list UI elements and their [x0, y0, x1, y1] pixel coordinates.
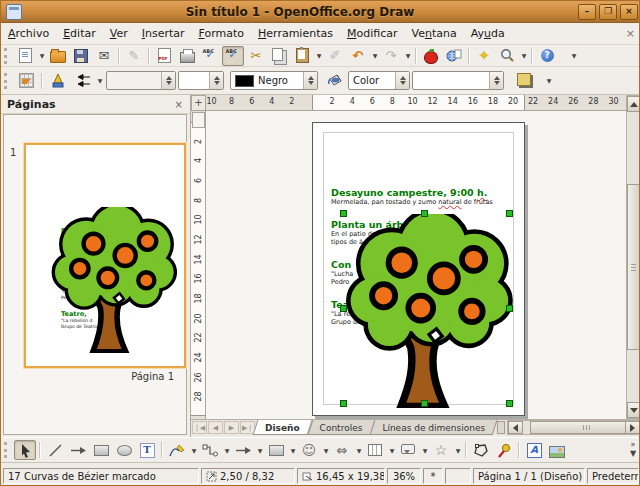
splitter-handle[interactable]	[497, 421, 505, 434]
previous-page-button[interactable]: ◀	[208, 421, 223, 434]
curve-tool-button[interactable]	[166, 440, 188, 460]
ellipse-tool-button[interactable]	[113, 440, 135, 460]
scroll-left-button[interactable]	[508, 421, 523, 434]
menu-herramientas[interactable]: Herramientas	[251, 24, 340, 43]
help-button[interactable]: ?	[536, 46, 558, 66]
spin-buttons-icon[interactable]	[395, 72, 409, 89]
vertical-scroll-thumb[interactable]	[627, 184, 640, 350]
stars-dropdown[interactable]: ▼	[453, 441, 462, 459]
menu-ayuda[interactable]: Ayuda	[464, 24, 512, 43]
edit-file-button[interactable]: ✎	[123, 46, 145, 66]
menu-ventana[interactable]: Ventana	[404, 24, 463, 43]
line-dialog-button[interactable]	[47, 71, 69, 91]
toolbar-grip[interactable]	[4, 73, 10, 89]
copy-button[interactable]	[268, 46, 290, 66]
new-document-dropdown[interactable]: ▼	[37, 47, 46, 65]
save-button[interactable]	[70, 46, 92, 66]
selection-handle-w[interactable]	[340, 305, 347, 312]
area-dialog-button[interactable]	[324, 71, 346, 91]
menu-editar[interactable]: Editar	[56, 24, 103, 43]
zoom-button[interactable]	[496, 46, 518, 66]
toolbar-overflow[interactable]: »▼	[627, 440, 639, 458]
callouts-dropdown[interactable]: ▼	[420, 441, 429, 459]
flowchart-dropdown[interactable]: ▼	[387, 441, 396, 459]
spin-buttons-icon[interactable]	[161, 72, 175, 89]
undo-button[interactable]: ↶	[347, 46, 369, 66]
paste-button[interactable]	[291, 46, 313, 66]
vertical-ruler[interactable]: 246810121416182022242628	[191, 111, 206, 419]
lines-arrows-dropdown[interactable]: ▼	[255, 441, 264, 459]
menu-modificar[interactable]: Modificar	[340, 24, 405, 43]
insert-picture-button[interactable]	[546, 440, 568, 460]
toolbar-grip[interactable]	[4, 442, 10, 458]
menu-insertar[interactable]: Insertar	[135, 24, 192, 43]
pages-panel-close-icon[interactable]: ×	[175, 99, 190, 110]
arrow-style-button[interactable]	[71, 71, 93, 91]
toolbar-overflow[interactable]: ▼	[544, 72, 553, 90]
select-tool-button[interactable]	[14, 440, 36, 460]
horizontal-scroll-thumb[interactable]	[530, 421, 640, 434]
next-page-button[interactable]: ▶	[224, 421, 239, 434]
open-button[interactable]	[47, 46, 69, 66]
stars-button[interactable]: ☆	[430, 440, 452, 460]
first-page-button[interactable]: ❘◀	[192, 421, 207, 434]
shadow-button[interactable]	[514, 71, 536, 91]
ruler-origin-icon[interactable]: +	[191, 95, 206, 111]
new-document-button[interactable]	[14, 46, 36, 66]
menu-ver[interactable]: Ver	[103, 24, 135, 43]
selection-handle-se[interactable]	[506, 400, 513, 407]
spin-buttons-icon[interactable]	[209, 72, 223, 89]
zoom-status[interactable]: 36%	[387, 468, 421, 484]
connector-tool-button[interactable]	[199, 440, 221, 460]
basic-shapes-button[interactable]	[265, 440, 287, 460]
menu-formato[interactable]: Formato	[192, 24, 252, 43]
drawing-canvas[interactable]: Desayuno campestre, 9:00 h.Mermelada, pa…	[206, 111, 626, 419]
spin-buttons-icon[interactable]	[303, 72, 317, 89]
selection-handle-sw[interactable]	[340, 400, 347, 407]
arrow-style-dropdown[interactable]: ▼	[95, 72, 104, 90]
redo-button[interactable]: ↷	[380, 46, 402, 66]
close-document-icon[interactable]: ×	[626, 27, 635, 40]
object-size-status[interactable]: 16,45 x 19,38	[297, 468, 385, 484]
navigator-button[interactable]: ✦	[473, 46, 495, 66]
cursor-position-status[interactable]: 2,50 / 8,32	[201, 468, 295, 484]
arrow-tool-button[interactable]	[67, 440, 89, 460]
close-button[interactable]: ×	[620, 4, 638, 20]
tab-controles[interactable]: Controles	[310, 420, 373, 435]
line-tool-button[interactable]	[44, 440, 66, 460]
selection-handle-nw[interactable]	[340, 210, 347, 217]
spin-buttons-icon[interactable]	[489, 72, 503, 89]
scroll-up-button[interactable]	[627, 96, 640, 112]
block-arrows-dropdown[interactable]: ▼	[354, 441, 363, 459]
scroll-right-button[interactable]	[625, 421, 640, 434]
zoom-dropdown[interactable]: ▼	[519, 47, 528, 65]
spellcheck-button[interactable]: ABC	[199, 46, 221, 66]
vertical-scrollbar[interactable]	[626, 95, 640, 419]
basic-shapes-dropdown[interactable]: ▼	[288, 441, 297, 459]
gallery-button[interactable]	[420, 46, 442, 66]
auto-spellcheck-button[interactable]: ABC	[222, 46, 244, 66]
maximize-button[interactable]: ❒	[599, 4, 617, 20]
menu-archivo[interactable]: Archivo	[1, 24, 56, 43]
format-paintbrush-button[interactable]: ✐	[324, 46, 346, 66]
scroll-down-button[interactable]	[627, 402, 640, 418]
selection-handle-e[interactable]	[506, 305, 513, 312]
page-thumbnail[interactable]: Desayuno campestre, 9:00 h.Mermelada, pa…	[24, 143, 186, 368]
print-button[interactable]	[176, 46, 198, 66]
email-button[interactable]: ✉	[93, 46, 115, 66]
connector-dropdown[interactable]: ▼	[222, 441, 231, 459]
fill-style-combo[interactable]: Color	[348, 71, 410, 90]
selection-handle-s[interactable]	[421, 400, 428, 407]
curve-dropdown[interactable]: ▼	[189, 441, 198, 459]
block-arrows-button[interactable]: ⇔	[331, 440, 353, 460]
text-tool-button[interactable]: T	[136, 440, 158, 460]
glue-points-button[interactable]	[493, 440, 515, 460]
selection-handle-ne[interactable]	[506, 210, 513, 217]
toolbar-overflow[interactable]: ▼	[569, 47, 578, 65]
tab-lineas-de-dimensiones[interactable]: Líneas de dimensiones	[372, 420, 495, 435]
edit-points-button[interactable]: ☛	[15, 71, 37, 91]
rectangle-tool-button[interactable]	[90, 440, 112, 460]
callouts-button[interactable]	[397, 440, 419, 460]
symbol-shapes-button[interactable]: ☺	[298, 440, 320, 460]
horizontal-ruler[interactable]: 10864224681012141618202224262830	[206, 95, 626, 111]
